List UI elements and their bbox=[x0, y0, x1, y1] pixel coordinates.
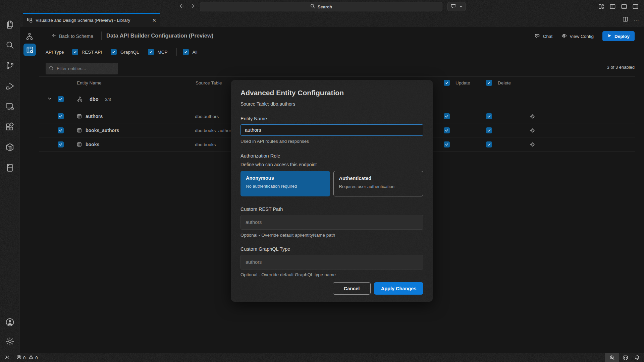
source-control-icon[interactable] bbox=[5, 61, 15, 72]
custom-rest-path-input[interactable] bbox=[240, 215, 423, 230]
extensions-icon[interactable] bbox=[5, 122, 15, 133]
table-icon bbox=[77, 114, 82, 119]
enabled-count: 3 of 3 enabled bbox=[607, 65, 635, 70]
entity-name: books bbox=[86, 142, 99, 147]
update-checkbox[interactable] bbox=[444, 113, 450, 119]
update-checkbox[interactable] bbox=[444, 127, 450, 133]
role-authenticated-card[interactable]: Authenticated Requires user authenticati… bbox=[333, 171, 424, 196]
remote-explorer-icon[interactable] bbox=[5, 102, 15, 113]
gear-icon[interactable] bbox=[530, 114, 535, 119]
deploy-button[interactable]: Deploy bbox=[602, 31, 635, 41]
error-count: 0 bbox=[23, 355, 25, 360]
row-checkbox[interactable] bbox=[58, 141, 64, 147]
header-update-checkbox[interactable] bbox=[444, 80, 450, 86]
copilot-chat-button[interactable] bbox=[447, 2, 466, 11]
errors-status[interactable]: 0 bbox=[16, 355, 25, 361]
table-icon bbox=[77, 128, 82, 133]
row-checkbox[interactable] bbox=[58, 113, 64, 119]
chat-button[interactable]: Chat bbox=[535, 33, 553, 40]
view-config-icon bbox=[561, 33, 567, 40]
graphql-checkbox[interactable] bbox=[111, 49, 117, 55]
customize-layout-icon[interactable] bbox=[598, 3, 604, 11]
rest-api-checkbox[interactable] bbox=[72, 49, 78, 55]
gear-icon[interactable] bbox=[530, 142, 535, 147]
group-checkbox[interactable] bbox=[58, 96, 64, 102]
mcp-label: MCP bbox=[158, 50, 168, 55]
apply-changes-button[interactable]: Apply Changes bbox=[374, 282, 423, 295]
titlebar: Search bbox=[0, 0, 644, 13]
api-type-option-graphql[interactable]: GraphQL bbox=[111, 49, 139, 55]
containers-icon[interactable] bbox=[5, 142, 15, 154]
rest-api-label: REST API bbox=[82, 50, 102, 55]
header-divider bbox=[101, 32, 102, 40]
account-icon[interactable] bbox=[5, 317, 15, 328]
search-view-icon[interactable] bbox=[5, 40, 15, 51]
close-icon[interactable]: ✕ bbox=[152, 17, 156, 23]
view-config-button[interactable]: View Config bbox=[561, 33, 594, 40]
search-icon bbox=[49, 66, 54, 72]
entity-source: dbo.books_authors bbox=[195, 128, 233, 133]
row-checkbox[interactable] bbox=[58, 127, 64, 133]
toggle-primary-sidebar-icon[interactable] bbox=[609, 3, 616, 11]
header-update-label: Update bbox=[455, 80, 470, 85]
zoom-status-button[interactable] bbox=[605, 353, 619, 362]
table-config-icon[interactable] bbox=[23, 44, 36, 56]
deploy-label: Deploy bbox=[614, 34, 630, 39]
history-back-button[interactable] bbox=[178, 3, 184, 11]
remote-indicator-icon[interactable] bbox=[4, 354, 10, 361]
entity-name-label: Entity Name bbox=[240, 116, 423, 121]
header-delete-label: Delete bbox=[498, 80, 511, 85]
header-entity-name: Entity Name bbox=[77, 80, 102, 85]
copilot-status-icon[interactable] bbox=[619, 353, 631, 362]
chevron-down-icon[interactable] bbox=[47, 96, 52, 102]
settings-gear-icon[interactable] bbox=[5, 337, 15, 348]
entity-name: books_authors bbox=[86, 128, 119, 133]
chevron-down-icon bbox=[459, 4, 463, 10]
header-source-table: Source Table bbox=[196, 80, 222, 85]
toggle-panel-icon[interactable] bbox=[621, 3, 627, 11]
group-count: 3/3 bbox=[105, 97, 111, 102]
command-center-search[interactable]: Search bbox=[200, 2, 442, 11]
database-icon[interactable] bbox=[5, 163, 15, 174]
designer-toolbar bbox=[20, 27, 39, 353]
entity-name-input[interactable] bbox=[240, 124, 423, 136]
delete-checkbox[interactable] bbox=[486, 113, 492, 119]
role-anonymous-card[interactable]: Anonymous No authentication required bbox=[240, 171, 330, 196]
bell-icon[interactable] bbox=[631, 353, 643, 362]
back-label: Back to Schema bbox=[59, 34, 93, 39]
chat-label: Chat bbox=[543, 34, 553, 39]
history-forward-button[interactable] bbox=[190, 3, 197, 11]
schema-visualize-icon[interactable] bbox=[24, 32, 35, 42]
authorization-role-hint: Define who can access this endpoint bbox=[240, 162, 423, 167]
tab-visualize-design-schema[interactable]: Visualize and Design Schema (Preview) - … bbox=[23, 13, 160, 27]
mcp-checkbox[interactable] bbox=[148, 49, 154, 55]
more-actions-icon[interactable]: ⋯ bbox=[634, 17, 639, 23]
warning-count: 0 bbox=[35, 355, 38, 360]
activity-bar bbox=[0, 13, 19, 353]
header-delete-checkbox[interactable] bbox=[486, 80, 492, 86]
explorer-icon[interactable] bbox=[5, 20, 15, 31]
all-checkbox[interactable] bbox=[183, 49, 189, 55]
back-to-schema-button[interactable]: Back to Schema bbox=[51, 33, 93, 40]
role-authenticated-title: Authenticated bbox=[339, 176, 418, 181]
delete-checkbox[interactable] bbox=[486, 141, 492, 147]
api-type-option-rest[interactable]: REST API bbox=[72, 49, 102, 55]
warnings-status[interactable]: 0 bbox=[29, 355, 38, 361]
cancel-button[interactable]: Cancel bbox=[333, 282, 371, 295]
page-title: Data API Builder Configuration (Preview) bbox=[106, 33, 213, 39]
authorization-role-options: Anonymous No authentication required Aut… bbox=[240, 171, 423, 196]
api-type-option-all[interactable]: All bbox=[183, 49, 198, 55]
gear-icon[interactable] bbox=[530, 128, 535, 133]
page-header: Back to Schema Data API Builder Configur… bbox=[39, 27, 644, 46]
custom-graphql-type-input[interactable] bbox=[240, 255, 423, 269]
api-type-option-mcp[interactable]: MCP bbox=[148, 49, 168, 55]
run-debug-icon[interactable] bbox=[5, 81, 15, 92]
chat-icon bbox=[535, 33, 541, 40]
toggle-secondary-sidebar-icon[interactable] bbox=[632, 3, 639, 11]
graphql-label: GraphQL bbox=[120, 50, 139, 55]
custom-rest-path-hint: Optional - Override default api/entityNa… bbox=[240, 233, 423, 238]
filter-entities-input[interactable]: Filter entities... bbox=[46, 63, 118, 74]
split-editor-icon[interactable] bbox=[623, 16, 628, 23]
delete-checkbox[interactable] bbox=[486, 127, 492, 133]
update-checkbox[interactable] bbox=[444, 141, 450, 147]
